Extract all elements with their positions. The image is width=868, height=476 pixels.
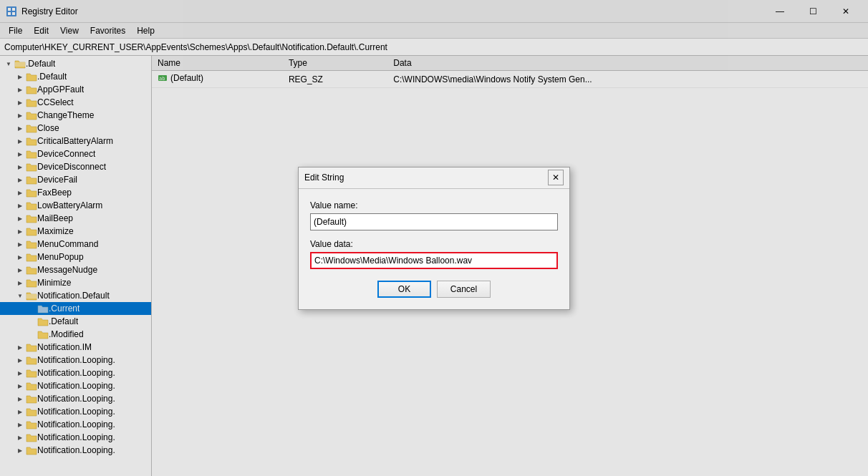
dialog-body: Value name: Value data: OK Cancel (299, 189, 569, 309)
value-name-input[interactable] (310, 213, 558, 230)
edit-string-dialog: Edit String ✕ Value name: Value data: OK… (298, 167, 570, 310)
cancel-button[interactable]: Cancel (437, 281, 491, 298)
dialog-close-button[interactable]: ✕ (548, 170, 564, 185)
dialog-title-bar: Edit String ✕ (299, 167, 569, 189)
dialog-title: Edit String (304, 173, 344, 183)
value-data-label: Value data: (310, 239, 558, 249)
ok-button[interactable]: OK (377, 281, 431, 298)
value-data-input[interactable] (310, 252, 558, 269)
dialog-buttons: OK Cancel (310, 281, 558, 298)
dialog-overlay: Edit String ✕ Value name: Value data: OK… (0, 0, 868, 476)
value-name-label: Value name: (310, 200, 558, 210)
